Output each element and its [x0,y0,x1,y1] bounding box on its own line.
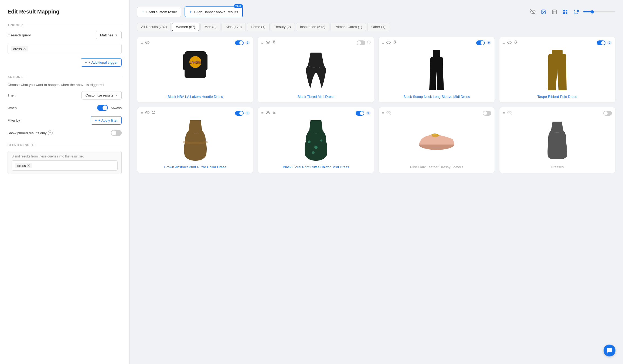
then-label: Then [8,93,16,97]
pin-icon[interactable] [152,111,155,115]
pin-icon[interactable] [514,40,518,45]
svg-point-30 [314,146,318,149]
product-image [261,119,370,162]
left-panel: Edit Result Mapping TRIGGER If search qu… [0,0,130,364]
drag-icon[interactable]: ≡ [382,40,384,45]
search-tag: dress ✕ [11,46,28,51]
category-tab[interactable]: Men (8) [200,23,221,31]
product-badge: 9 [245,111,250,115]
product-toggle[interactable] [483,111,491,116]
blend-box: Blend results from these queries into th… [8,151,122,174]
blend-description: Blend results from these queries into th… [12,154,118,158]
trigger-section-label: TRIGGER [8,23,122,27]
drag-icon[interactable]: ≡ [261,40,264,45]
product-name[interactable]: Pink Faux Leather Dressy Loafers [382,165,491,170]
eye-icon[interactable] [507,111,512,116]
svg-rect-12 [183,54,189,70]
add-custom-result-button[interactable]: + + Add custom result [137,7,181,17]
page-title: Edit Result Mapping [8,9,122,15]
product-toggle[interactable] [357,40,365,45]
product-toggle[interactable] [235,111,244,116]
top-bar-left: + + Add custom result + + Add Banner abo… [137,6,243,17]
drag-icon[interactable]: ≡ [261,111,264,115]
svg-point-17 [267,42,268,43]
image-icon-btn[interactable] [540,8,547,16]
category-tab[interactable]: Inspiration (512) [296,23,329,31]
product-card: ≡ 0 Taupe Ribbed Polo Dress [499,37,615,103]
warning-icon-btn[interactable] [551,8,558,16]
svg-point-31 [320,139,322,142]
remove-blend-tag-icon[interactable]: ✕ [27,163,30,168]
help-icon[interactable]: ? [48,131,53,135]
top-bar-right [529,8,615,16]
pin-icon[interactable] [272,40,276,45]
eye-icon[interactable] [266,40,270,45]
product-name[interactable]: Taupe Ribbed Polo Dress [503,94,612,99]
apply-filter-button[interactable]: + + Apply filter [91,116,122,125]
drag-icon[interactable]: ≡ [382,111,384,115]
drag-icon[interactable]: ≡ [503,111,505,115]
category-tab[interactable]: Primark Cares (1) [331,23,366,31]
zoom-slider[interactable] [583,11,615,12]
top-bar: + + Add custom result + + Add Banner abo… [137,6,615,17]
add-trigger-button[interactable]: + + Additional trigger [81,58,122,67]
pinned-toggle[interactable] [111,130,122,136]
drag-icon[interactable]: ≡ [141,111,143,115]
customize-results-dropdown[interactable]: Customize results ▼ [81,91,122,99]
category-tab[interactable]: Home (1) [247,23,270,31]
chevron-down-icon: ▼ [115,94,118,97]
hide-icon-btn[interactable] [529,8,537,16]
category-tab[interactable]: Kids (170) [222,23,246,31]
pin-icon[interactable] [272,111,276,115]
eye-icon[interactable] [145,40,149,45]
svg-rect-3 [553,10,557,14]
product-image [141,119,250,162]
category-tab[interactable]: Beauty (2) [271,23,295,31]
drag-icon[interactable]: ≡ [141,40,143,45]
eye-icon[interactable] [145,111,149,116]
eye-icon[interactable] [386,40,391,45]
ghost-icon[interactable] [367,40,371,45]
product-toggle[interactable] [356,111,364,116]
category-tab[interactable]: Women (87) [172,23,199,31]
drag-icon[interactable]: ≡ [503,40,505,45]
matches-dropdown[interactable]: Matches ▼ [96,31,122,39]
product-toggle[interactable] [476,40,485,45]
product-name[interactable]: Black Tiered Mini Dress [261,94,370,99]
product-card: ≡ 9 Brown Abstract Print Ruffle Collar D… [137,107,253,173]
product-toggle[interactable] [597,40,605,45]
product-name[interactable]: Dresses [503,165,612,170]
eye-icon[interactable] [507,40,512,45]
when-toggle[interactable] [97,105,108,111]
filter-by-label: Filter by [8,118,20,122]
product-name[interactable]: Brown Abstract Print Ruffle Collar Dress [141,165,250,170]
product-name[interactable]: Black Scoop Neck Long Sleeve Midi Dress [382,94,491,99]
product-name[interactable]: Black NBA LA Lakers Hoodie Dress [141,94,250,99]
when-value: Always [111,106,122,110]
product-image [382,49,491,92]
product-toggle[interactable] [235,40,244,45]
product-card: ≡ Pink Faux Leather Dressy Loafers [379,107,495,173]
remove-tag-icon[interactable]: ✕ [23,47,26,51]
add-banner-button[interactable]: + + Add Banner above Results v14+ [185,6,243,17]
blend-tag: dress ✕ [15,163,32,168]
svg-point-35 [432,134,438,137]
refresh-icon-btn[interactable] [572,8,580,16]
pinned-label: Show pinned results only [8,131,47,135]
svg-point-25 [147,112,148,113]
eye-icon[interactable] [386,111,391,116]
category-tab[interactable]: Other (1) [367,23,389,31]
svg-point-2 [543,11,543,12]
plus-icon: + [85,60,87,64]
eye-icon[interactable] [266,111,270,116]
chat-button[interactable] [604,345,615,356]
pin-icon[interactable] [393,40,397,45]
plus-icon: + [189,9,192,14]
product-grid: ≡ 9 LAKERS Black NBA LA Lakers Hoodie Dr… [137,37,615,173]
category-tab[interactable]: All Results (782) [137,23,171,31]
svg-point-10 [147,42,148,43]
grid-icon-btn[interactable] [561,8,569,16]
product-toggle[interactable] [603,111,612,116]
product-badge: 9 [366,111,371,115]
product-name[interactable]: Black Floral Print Ruffle Chiffon Midi D… [261,165,370,170]
